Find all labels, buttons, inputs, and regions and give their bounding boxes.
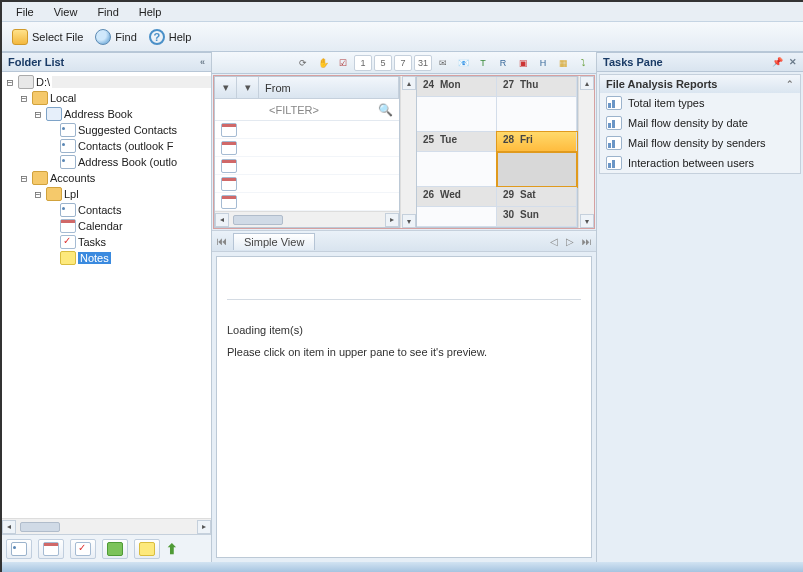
list-item[interactable]: [215, 121, 399, 139]
scroll-up-icon[interactable]: ▴: [402, 76, 416, 90]
tab-last-icon[interactable]: ⏭: [582, 236, 592, 247]
view-1-button[interactable]: 1: [354, 55, 372, 71]
list-hscroll[interactable]: ◂ ▸: [215, 211, 399, 227]
item-list-body[interactable]: [215, 121, 399, 211]
scroll-thumb[interactable]: [233, 215, 283, 225]
list-col-from[interactable]: From: [259, 77, 399, 98]
scroll-right-icon[interactable]: ▸: [197, 520, 211, 534]
navbtn-calendar[interactable]: [38, 539, 64, 559]
export-mht-icon[interactable]: ▦: [554, 55, 572, 71]
cal-cell[interactable]: [417, 152, 497, 187]
calendar-item-icon: [221, 159, 237, 173]
tree-accounts[interactable]: ⊟Accounts: [2, 170, 211, 186]
menu-find[interactable]: Find: [89, 4, 126, 20]
tab-first-icon[interactable]: ⏮: [216, 235, 227, 247]
hand-icon[interactable]: ✋: [314, 55, 332, 71]
list-item[interactable]: [215, 139, 399, 157]
tree-contacts-outlook[interactable]: Contacts (outlook F: [2, 138, 211, 154]
scroll-right-icon[interactable]: ▸: [385, 213, 399, 227]
navbtn-tasks[interactable]: [70, 539, 96, 559]
list-item[interactable]: [215, 175, 399, 193]
tree-lpl-notes[interactable]: Notes: [2, 250, 211, 266]
export-txt-icon[interactable]: T: [474, 55, 492, 71]
tree-hscroll[interactable]: ◂ ▸: [2, 518, 211, 534]
export-rtf-icon[interactable]: R: [494, 55, 512, 71]
list-vscroll[interactable]: ▴ ▾: [400, 76, 416, 228]
tree-lpl[interactable]: ⊟Lpl: [2, 186, 211, 202]
cal-cell-selected[interactable]: [497, 152, 577, 187]
tree-addressbook-outlook[interactable]: Address Book (outlo: [2, 154, 211, 170]
cal-head-25[interactable]: 25Tue: [417, 132, 497, 152]
scroll-down-icon[interactable]: ▾: [402, 214, 416, 228]
tree-suggested-contacts[interactable]: Suggested Contacts: [2, 122, 211, 138]
navbtn-journal[interactable]: [134, 539, 160, 559]
menu-help[interactable]: Help: [131, 4, 170, 20]
reports-header[interactable]: File Analysis Reports⌃: [600, 75, 800, 93]
refresh-icon[interactable]: ⟳: [294, 55, 312, 71]
status-bar: [2, 562, 803, 572]
filter-search-icon[interactable]: 🔍: [378, 103, 393, 117]
tab-next-icon[interactable]: ▷: [566, 236, 574, 247]
view-31-button[interactable]: 31: [414, 55, 432, 71]
menu-file[interactable]: File: [8, 4, 42, 20]
cal-head-26[interactable]: 26Wed: [417, 187, 497, 207]
report-mail-flow-senders[interactable]: Mail flow density by senders: [600, 133, 800, 153]
cal-cell[interactable]: [417, 207, 497, 227]
tree-root[interactable]: ⊟D:\: [2, 74, 211, 90]
navbtn-more-icon[interactable]: ⬆: [166, 541, 178, 557]
cal-cell[interactable]: [417, 97, 497, 132]
report-interaction-users[interactable]: Interaction between users: [600, 153, 800, 173]
cal-head-28-today[interactable]: 28Fri: [497, 132, 577, 152]
report-mail-flow-date[interactable]: Mail flow density by date: [600, 113, 800, 133]
view-7-button[interactable]: 7: [394, 55, 412, 71]
list-col-marker[interactable]: ▾: [215, 77, 237, 98]
close-icon[interactable]: ✕: [789, 57, 797, 67]
report-total-item-types[interactable]: Total item types: [600, 93, 800, 113]
preview-hint-text: Please click on item in upper pane to se…: [227, 346, 581, 358]
menu-view[interactable]: View: [46, 4, 86, 20]
item-toolbar: ⟳ ✋ ☑ 1 5 7 31 ✉ 📧 T R ▣ H ▦ ⤵: [212, 52, 596, 74]
scroll-down-icon[interactable]: ▾: [580, 214, 594, 228]
cal-cell[interactable]: [497, 97, 577, 132]
tab-simple-view[interactable]: Simple View: [233, 233, 315, 250]
export-folder-icon[interactable]: ⤵: [574, 55, 592, 71]
list-item[interactable]: [215, 157, 399, 175]
pin-icon[interactable]: 📌: [772, 57, 783, 67]
contact-icon: [60, 139, 76, 153]
calendar-vscroll[interactable]: ▴ ▾: [578, 76, 594, 228]
check-icon[interactable]: ☑: [334, 55, 352, 71]
list-item[interactable]: [215, 193, 399, 211]
tab-prev-icon[interactable]: ◁: [550, 236, 558, 247]
find-button[interactable]: Find: [91, 27, 140, 47]
export-eml-icon[interactable]: 📧: [454, 55, 472, 71]
cal-head-30[interactable]: 30Sun: [497, 207, 577, 227]
chart-icon: [606, 116, 622, 130]
cal-head-29[interactable]: 29Sat: [497, 187, 577, 207]
scroll-left-icon[interactable]: ◂: [2, 520, 16, 534]
collapse-icon[interactable]: ⌃: [786, 79, 794, 89]
tree-local[interactable]: ⊟Local: [2, 90, 211, 106]
scroll-thumb[interactable]: [20, 522, 60, 532]
filter-input[interactable]: <FILTER>: [269, 104, 319, 116]
tree-lpl-contacts[interactable]: Contacts: [2, 202, 211, 218]
collapse-left-icon[interactable]: «: [200, 57, 205, 67]
list-col-flag[interactable]: ▾: [237, 77, 259, 98]
help-button[interactable]: ? Help: [145, 27, 196, 47]
select-file-button[interactable]: Select File: [8, 27, 87, 47]
scroll-up-icon[interactable]: ▴: [580, 76, 594, 90]
navbtn-notes[interactable]: [102, 539, 128, 559]
tree-lpl-calendar[interactable]: Calendar: [2, 218, 211, 234]
scroll-left-icon[interactable]: ◂: [215, 213, 229, 227]
cal-head-24[interactable]: 24Mon: [417, 77, 497, 97]
calendar-grid[interactable]: 24Mon27Thu 25Tue28Fri 26Wed29Sat 30Sun: [416, 76, 578, 228]
folder-tree[interactable]: ⊟D:\ ⊟Local ⊟Address Book Suggested Cont…: [2, 72, 211, 518]
export-html-icon[interactable]: H: [534, 55, 552, 71]
export-msg-icon[interactable]: ✉: [434, 55, 452, 71]
tree-address-book[interactable]: ⊟Address Book: [2, 106, 211, 122]
list-filter-row: <FILTER>🔍: [215, 99, 399, 121]
navbtn-contacts[interactable]: [6, 539, 32, 559]
cal-head-27[interactable]: 27Thu: [497, 77, 577, 97]
export-pdf-icon[interactable]: ▣: [514, 55, 532, 71]
tree-lpl-tasks[interactable]: Tasks: [2, 234, 211, 250]
view-5-button[interactable]: 5: [374, 55, 392, 71]
